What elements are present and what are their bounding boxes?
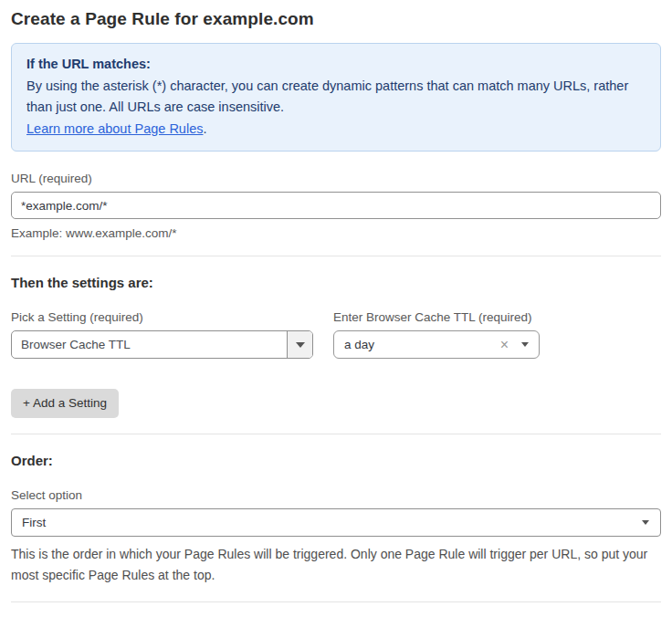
setting-picker-label: Pick a Setting (required) [11, 310, 333, 324]
ttl-picker-value: a day [344, 338, 500, 351]
learn-more-link[interactable]: Learn more about Page Rules [26, 121, 203, 136]
settings-row: Pick a Setting (required) Browser Cache … [11, 290, 661, 359]
add-setting-button[interactable]: + Add a Setting [11, 389, 119, 418]
page-rule-form: Create a Page Rule for example.com If th… [0, 0, 672, 617]
order-select-label: Select option [11, 488, 661, 502]
order-select-value: First [22, 516, 642, 529]
url-input[interactable] [11, 192, 661, 219]
url-example-helper: Example: www.example.com/* [11, 226, 661, 240]
settings-section-heading: Then the settings are: [11, 275, 661, 290]
ttl-picker-select[interactable]: a day × [333, 330, 540, 359]
ttl-picker-column: Enter Browser Cache TTL (required) a day… [333, 290, 661, 359]
link-suffix: . [203, 121, 206, 136]
divider [11, 601, 661, 602]
info-box-heading: If the URL matches: [26, 54, 646, 76]
setting-picker-select[interactable]: Browser Cache TTL [11, 330, 313, 359]
page-title: Create a Page Rule for example.com [11, 9, 661, 29]
divider [11, 256, 661, 256]
chevron-down-icon [521, 342, 529, 347]
setting-picker-value: Browser Cache TTL [12, 331, 287, 358]
order-select[interactable]: First [11, 508, 661, 537]
url-match-info-box: If the URL matches: By using the asteris… [11, 43, 661, 152]
info-box-link-line: Learn more about Page Rules. [26, 119, 646, 141]
chevron-down-icon [642, 520, 649, 525]
setting-picker-arrow-segment[interactable] [287, 331, 312, 358]
divider [11, 434, 661, 434]
clear-icon[interactable]: × [500, 338, 509, 352]
ttl-picker-label: Enter Browser Cache TTL (required) [333, 310, 661, 324]
chevron-down-icon [296, 342, 305, 348]
setting-picker-column: Pick a Setting (required) Browser Cache … [11, 290, 333, 359]
url-field-label: URL (required) [11, 172, 661, 185]
order-helper-text: This is the order in which your Page Rul… [11, 544, 661, 586]
info-box-body: By using the asterisk (*) character, you… [26, 76, 646, 119]
order-section-heading: Order: [11, 453, 661, 468]
